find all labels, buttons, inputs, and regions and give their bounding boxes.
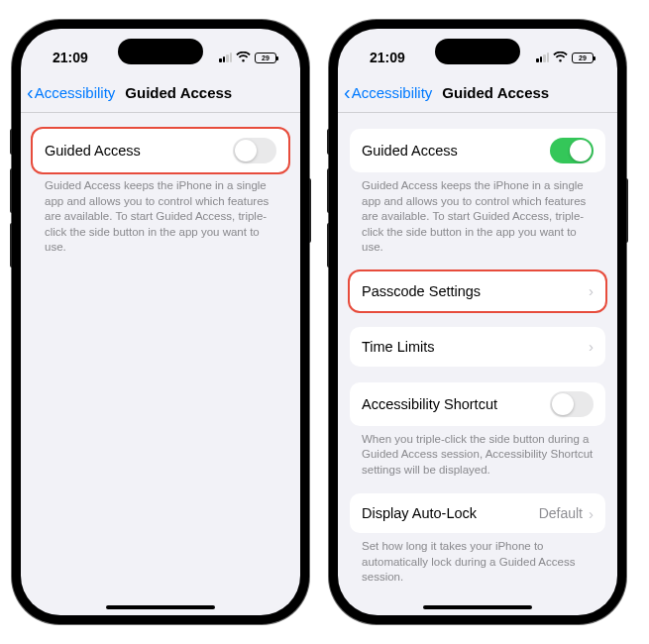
home-indicator[interactable] bbox=[106, 605, 215, 609]
guided-access-toggle-off[interactable] bbox=[233, 138, 276, 163]
status-time: 21:09 bbox=[53, 50, 88, 65]
wifi-icon bbox=[553, 51, 568, 65]
passcode-settings-label: Passcode Settings bbox=[362, 283, 481, 299]
page-title: Guided Access bbox=[125, 84, 232, 101]
accessibility-shortcut-label: Accessibility Shortcut bbox=[362, 396, 497, 412]
wifi-icon bbox=[236, 51, 251, 65]
accessibility-shortcut-cell: Accessibility Shortcut bbox=[350, 382, 605, 426]
dynamic-island bbox=[435, 39, 520, 64]
guided-access-footer: Guided Access keeps the iPhone in a sing… bbox=[21, 172, 300, 256]
back-button[interactable]: ‹ Accessibility bbox=[27, 82, 115, 102]
chevron-right-icon: › bbox=[589, 505, 594, 522]
display-auto-lock-value: Default bbox=[539, 505, 583, 521]
guided-access-toggle-on[interactable] bbox=[550, 138, 594, 163]
signal-icon bbox=[536, 53, 549, 62]
accessibility-shortcut-toggle[interactable] bbox=[550, 391, 594, 417]
back-label: Accessibility bbox=[352, 84, 433, 101]
chevron-left-icon: ‹ bbox=[27, 82, 34, 102]
guided-access-cell: Guided Access bbox=[350, 129, 605, 172]
chevron-right-icon: › bbox=[589, 338, 594, 355]
phone-frame-right: 21:09 29 ‹ Accessibility Guided Access G… bbox=[329, 20, 626, 624]
page-title: Guided Access bbox=[442, 84, 549, 101]
nav-bar: ‹ Accessibility Guided Access bbox=[338, 72, 617, 113]
display-auto-lock-label: Display Auto-Lock bbox=[362, 505, 477, 521]
status-time: 21:09 bbox=[370, 50, 405, 65]
guided-access-cell: Guided Access bbox=[33, 129, 288, 172]
accessibility-shortcut-footer: When you triple-click the side button du… bbox=[338, 426, 617, 479]
passcode-settings-cell[interactable]: Passcode Settings › bbox=[350, 271, 605, 311]
status-icons: 29 bbox=[219, 51, 276, 65]
time-limits-cell[interactable]: Time Limits › bbox=[350, 327, 605, 367]
guided-access-footer: Guided Access keeps the iPhone in a sing… bbox=[338, 172, 617, 256]
dynamic-island bbox=[118, 39, 203, 64]
chevron-left-icon: ‹ bbox=[344, 82, 351, 102]
back-label: Accessibility bbox=[35, 84, 116, 101]
screen-right: 21:09 29 ‹ Accessibility Guided Access G… bbox=[338, 29, 617, 615]
home-indicator[interactable] bbox=[423, 605, 532, 609]
nav-bar: ‹ Accessibility Guided Access bbox=[21, 72, 300, 113]
back-button[interactable]: ‹ Accessibility bbox=[344, 82, 432, 102]
status-icons: 29 bbox=[536, 51, 594, 65]
screen-left: 21:09 29 ‹ Accessibility Guided Access G… bbox=[21, 29, 300, 615]
phone-frame-left: 21:09 29 ‹ Accessibility Guided Access G… bbox=[12, 20, 309, 624]
guided-access-label: Guided Access bbox=[45, 143, 141, 159]
display-auto-lock-cell[interactable]: Display Auto-Lock Default › bbox=[350, 493, 605, 533]
battery-icon: 29 bbox=[572, 53, 594, 63]
display-auto-lock-footer: Set how long it takes your iPhone to aut… bbox=[338, 533, 617, 586]
battery-icon: 29 bbox=[255, 53, 276, 63]
guided-access-label: Guided Access bbox=[362, 143, 458, 159]
time-limits-label: Time Limits bbox=[362, 339, 435, 355]
signal-icon bbox=[219, 53, 232, 62]
chevron-right-icon: › bbox=[589, 282, 594, 299]
